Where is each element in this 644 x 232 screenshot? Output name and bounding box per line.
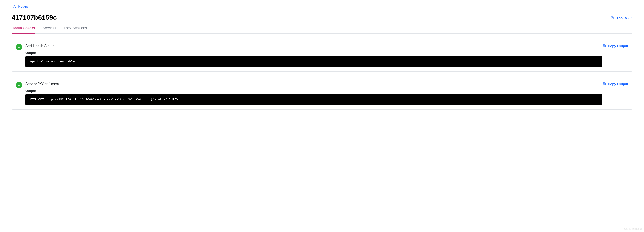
output-block: Agent alive and reachable xyxy=(25,56,602,67)
copy-output-button[interactable]: Copy Output xyxy=(602,82,628,86)
card-left: Service 'YYtest' check Output HTTP GET h… xyxy=(16,82,602,105)
health-check-card: Service 'YYtest' check Output HTTP GET h… xyxy=(12,78,632,110)
copy-icon xyxy=(602,44,606,48)
tab-health-checks[interactable]: Health Checks xyxy=(12,26,35,33)
back-link-label: All Nodes xyxy=(14,4,28,8)
card-header: Serf Health Status Output Agent alive an… xyxy=(16,44,628,67)
status-passing-icon xyxy=(16,82,22,88)
card-left: Serf Health Status Output Agent alive an… xyxy=(16,44,602,67)
ip-address-text: 172.18.0.2 xyxy=(616,16,632,19)
tabs: Health Checks Services Lock Sessions xyxy=(12,26,632,33)
copy-output-button[interactable]: Copy Output xyxy=(602,44,628,48)
card-body: Serf Health Status Output Agent alive an… xyxy=(25,44,602,67)
ip-address-group[interactable]: 172.18.0.2 xyxy=(610,16,632,19)
check-icon xyxy=(18,46,21,49)
output-block: HTTP GET http://192.168.19.123:10086/act… xyxy=(25,94,602,105)
health-check-card: Serf Health Status Output Agent alive an… xyxy=(12,40,632,71)
check-title: Serf Health Status xyxy=(25,44,602,48)
page-title: 417107b6159c xyxy=(12,14,57,21)
tab-lock-sessions[interactable]: Lock Sessions xyxy=(64,26,87,33)
output-label: Output xyxy=(25,51,602,54)
copy-icon xyxy=(602,82,606,86)
chevron-left-icon: ‹ xyxy=(12,5,12,8)
copy-output-label: Copy Output xyxy=(608,82,628,86)
status-passing-icon xyxy=(16,44,22,50)
check-icon xyxy=(18,84,21,87)
page-header: 417107b6159c 172.18.0.2 xyxy=(12,14,632,21)
copy-icon xyxy=(610,16,614,19)
card-body: Service 'YYtest' check Output HTTP GET h… xyxy=(25,82,602,105)
copy-output-label: Copy Output xyxy=(608,44,628,48)
check-title: Service 'YYtest' check xyxy=(25,82,602,86)
back-link[interactable]: ‹ All Nodes xyxy=(12,4,28,8)
card-header: Service 'YYtest' check Output HTTP GET h… xyxy=(16,82,628,105)
breadcrumb: ‹ All Nodes xyxy=(12,4,632,8)
tab-services[interactable]: Services xyxy=(42,26,56,33)
output-label: Output xyxy=(25,89,602,93)
